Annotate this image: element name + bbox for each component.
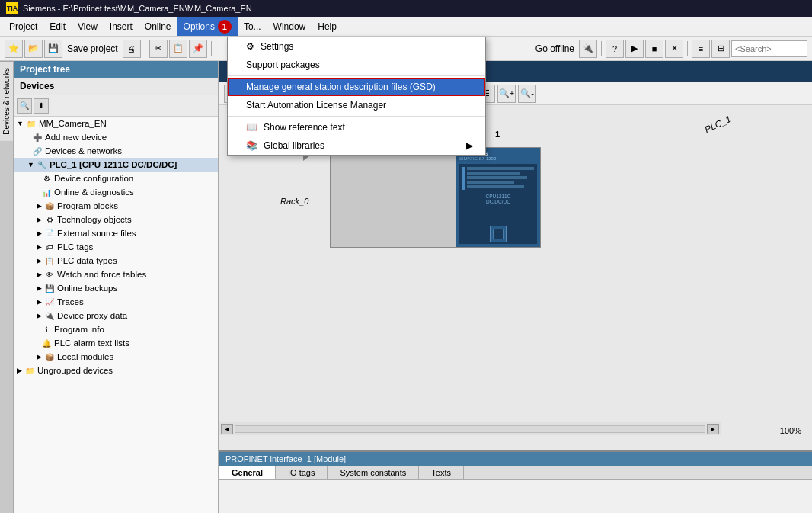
menu-window[interactable]: Window xyxy=(267,17,312,36)
tree-item-local-modules[interactable]: ▶ 📦 Local modules xyxy=(14,350,218,364)
menu-license-manager[interactable]: Start Automation License Manager xyxy=(228,96,485,114)
zoom-in-btn[interactable]: 🔍+ xyxy=(497,85,516,103)
zoom-out-btn[interactable]: 🔍- xyxy=(518,85,536,103)
sep4 xyxy=(687,41,688,56)
tree-btn1[interactable]: 🔍 xyxy=(17,98,32,114)
group-icon: 📁 xyxy=(24,365,35,376)
tree-btn2[interactable]: ⬆ xyxy=(34,98,49,114)
cut-btn[interactable]: ✂ xyxy=(149,40,168,58)
menu-view[interactable]: View xyxy=(72,17,104,36)
devices-networks-tab[interactable]: Devices & networks xyxy=(0,61,13,141)
menu-tools[interactable]: To... xyxy=(238,17,267,36)
blocks-icon: 📦 xyxy=(44,200,55,211)
tree-item-online-diag[interactable]: 📊 Online & diagnostics xyxy=(14,185,218,199)
tree-item-ext-source[interactable]: ▶ 📄 External source files xyxy=(14,226,218,240)
tree-item-add-device[interactable]: ➕ Add new device xyxy=(14,130,218,144)
network-icon: 🔗 xyxy=(32,146,43,156)
bottom-panel: PROFINET interface_1 [Module] General IO… xyxy=(219,450,812,513)
rack-slot-cpu[interactable]: SIEMENS SIMATIC S7-1200 xyxy=(456,148,540,247)
tree-item-online-backups[interactable]: ▶ 💾 Online backups xyxy=(14,281,218,295)
zoom-area: 100% xyxy=(777,426,804,435)
menu-insert[interactable]: Insert xyxy=(104,17,139,36)
sep1 xyxy=(145,41,145,56)
rack-label: Rack_0 xyxy=(280,197,308,206)
tree-item-alarm-texts[interactable]: 🔔 PLC alarm text lists xyxy=(14,336,218,350)
tree-item-traces[interactable]: ▶ 📈 Traces xyxy=(14,295,218,309)
project-tree-header: Project tree xyxy=(14,61,218,78)
gear-icon: ⚙ xyxy=(246,41,254,52)
rack-slot-102[interactable] xyxy=(372,148,414,247)
menu-online[interactable]: Online xyxy=(139,17,177,36)
book-icon-1: 📖 xyxy=(246,122,257,133)
menu-help[interactable]: Help xyxy=(312,17,343,36)
project-tree: Project tree Devices 🔍 ⬆ ▼ 📁 MM_Camera_E… xyxy=(14,61,219,513)
tree-item-mm-camera[interactable]: ▼ 📁 MM_Camera_EN xyxy=(14,117,218,130)
go-offline-label: Go offline xyxy=(532,43,577,54)
menu-bar: Project Edit View Insert Online Options … xyxy=(0,17,812,37)
tab-texts[interactable]: Texts xyxy=(419,466,464,479)
tree-item-plc-data[interactable]: ▶ 📋 PLC data types xyxy=(14,254,218,268)
new-btn[interactable]: ⭐ xyxy=(5,40,23,58)
search-input[interactable] xyxy=(731,40,807,57)
menu-edit[interactable]: Edit xyxy=(43,17,72,36)
open-btn[interactable]: 📂 xyxy=(24,40,43,58)
menu-settings[interactable]: ⚙ Settings xyxy=(228,37,485,56)
go-offline-btn[interactable]: 🔌 xyxy=(579,40,597,58)
tb2[interactable]: ▶ xyxy=(625,40,644,58)
step-badge-1: 1 xyxy=(218,20,232,34)
menu-global-libraries[interactable]: 📚 Global libraries ▶ xyxy=(228,136,485,155)
proxy-icon: 🔌 xyxy=(44,310,55,321)
paste-btn[interactable]: 📌 xyxy=(189,40,207,58)
rack-slot-103[interactable] xyxy=(331,148,372,247)
tb4[interactable]: ✕ xyxy=(665,40,683,58)
tree-item-program-blocks[interactable]: ▶ 📦 Program blocks xyxy=(14,199,218,213)
diag-icon: 📊 xyxy=(41,187,52,197)
zoom-value: 100% xyxy=(777,426,804,435)
tree-item-watch-force[interactable]: ▶ 👁 Watch and force tables xyxy=(14,268,218,281)
bottom-panel-title: PROFINET interface_1 [Module] xyxy=(219,452,812,466)
devices-tab[interactable]: Devices xyxy=(14,78,218,95)
menu-support-packages[interactable]: Support packages xyxy=(228,56,485,74)
sidebar-tabs: Devices & networks xyxy=(0,61,14,513)
cpu-type-label: CPU1211C xyxy=(462,194,534,199)
alarms-icon: 🔔 xyxy=(41,338,52,348)
save-label: Save project xyxy=(64,43,121,54)
scroll-track[interactable] xyxy=(235,425,705,433)
tree-item-tech-objects[interactable]: ▶ ⚙ Technology objects xyxy=(14,213,218,226)
submenu-arrow: ▶ xyxy=(466,140,473,151)
menu-show-ref-text[interactable]: 📖 Show reference text xyxy=(228,118,485,136)
tab-io-tags[interactable]: IO tags xyxy=(276,466,328,479)
menu-options[interactable]: Options 1 xyxy=(177,17,238,36)
sep3 xyxy=(601,41,602,56)
save-btn[interactable]: 💾 xyxy=(44,40,62,58)
tb1[interactable]: ? xyxy=(606,40,624,58)
tree-item-ungrouped[interactable]: ▶ 📁 Ungrouped devices xyxy=(14,364,218,377)
options-dropdown: ⚙ Settings Support packages Manage gener… xyxy=(227,37,486,156)
add-device-icon: ➕ xyxy=(32,132,43,143)
sep2 xyxy=(211,41,212,56)
tb5[interactable]: ≡ xyxy=(692,40,710,58)
tab-general[interactable]: General xyxy=(219,466,276,479)
tab-system-constants[interactable]: System constants xyxy=(328,466,419,479)
scroll-right-btn[interactable]: ► xyxy=(707,424,719,434)
tree-item-program-info[interactable]: ℹ Program info xyxy=(14,322,218,336)
traces-icon: 📈 xyxy=(44,297,55,307)
tree-item-devices-networks[interactable]: 🔗 Devices & networks xyxy=(14,144,218,158)
files-icon: 📄 xyxy=(44,228,55,239)
tree-item-plc-tags[interactable]: ▶ 🏷 PLC tags xyxy=(14,240,218,254)
tb3[interactable]: ■ xyxy=(645,40,663,58)
menu-project[interactable]: Project xyxy=(3,17,43,36)
scroll-left-btn[interactable]: ◄ xyxy=(221,424,233,434)
tree-item-device-config[interactable]: ⚙ Device configuration xyxy=(14,172,218,185)
simatic-label: SIMATIC S7-1200 xyxy=(459,156,537,161)
menu-manage-gsd[interactable]: Manage general station description files… xyxy=(228,78,485,96)
print-btn[interactable]: 🖨 xyxy=(123,40,141,58)
tree-item-plc1[interactable]: ▼ 🔧 PLC_1 [CPU 1211C DC/DC/DC] xyxy=(14,158,218,172)
tree-content: ▼ 📁 MM_Camera_EN ➕ Add new device 🔗 Devi… xyxy=(14,117,218,513)
memory-slot xyxy=(490,226,507,242)
copy-btn[interactable]: 📋 xyxy=(169,40,187,58)
rack-slot-101[interactable] xyxy=(414,148,456,247)
title-bar: TIA Siemens - E:\Profinet test\MM_Camera… xyxy=(0,0,812,17)
tb6[interactable]: ⊞ xyxy=(711,40,730,58)
tree-item-device-proxy[interactable]: ▶ 🔌 Device proxy data xyxy=(14,309,218,322)
